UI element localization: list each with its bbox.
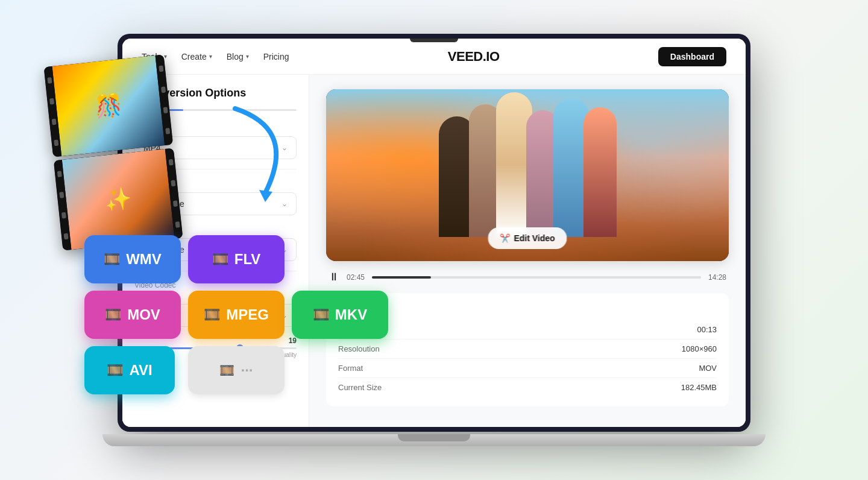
detail-value: 00:13	[697, 325, 717, 334]
time-total: 14:28	[708, 273, 726, 282]
nav-item-create[interactable]: Create ▾	[181, 52, 212, 62]
detail-value: 1080×960	[682, 344, 717, 353]
nav-item-pricing[interactable]: Pricing	[263, 52, 289, 62]
more-label: ···	[241, 362, 253, 379]
avi-label: AVI	[129, 362, 152, 379]
chevron-down-icon: ▾	[164, 53, 167, 60]
chevron-down-icon: ▾	[246, 53, 249, 60]
dropdown-arrow-icon: ⌄	[281, 200, 288, 208]
file-details-rows: Duration 00:13 Resoloution 1080×960 Form…	[338, 320, 717, 397]
film-icon: 🎞️	[219, 363, 234, 377]
film-icon: 🎞️	[204, 307, 220, 323]
chevron-down-icon: ▾	[209, 53, 212, 60]
flv-label: FLV	[234, 251, 261, 268]
detail-value: 182.45MB	[681, 383, 717, 392]
format-flv-badge[interactable]: 🎞️ FLV	[188, 235, 285, 283]
mov-label: MOV	[127, 306, 160, 323]
brand-logo[interactable]: VEED.IO	[448, 49, 500, 65]
film-strip-decoration: 🎊 ✨ 🖐️	[44, 54, 183, 250]
format-wmv-badge[interactable]: 🎞️ WMV	[84, 235, 181, 283]
edit-video-label: Edit Video	[514, 233, 555, 243]
video-progress-track[interactable]	[372, 276, 701, 279]
format-avi-badge[interactable]: 🎞️ AVI	[84, 346, 175, 394]
format-more-badge[interactable]: 🎞️ ···	[188, 346, 285, 394]
format-mov-badge[interactable]: 🎞️ MOV	[84, 291, 181, 339]
film-icon: 🎞️	[313, 307, 329, 323]
edit-video-icon: ✂️	[500, 233, 510, 243]
film-icon: 🎞️	[107, 362, 123, 378]
file-detail-row: Current Size 182.45MB	[338, 378, 717, 397]
mpeg-label: MPEG	[226, 306, 269, 323]
format-mpeg-badge[interactable]: 🎞️ MPEG	[188, 291, 285, 339]
film-icon: 🎞️	[105, 307, 121, 323]
dropdown-arrow-icon: ⌄	[281, 144, 288, 152]
file-detail-row: Format MOV	[338, 359, 717, 378]
nav-item-blog[interactable]: Blog ▾	[227, 52, 249, 62]
file-detail-row: Duration 00:13	[338, 320, 717, 339]
file-detail-row: Resoloution 1080×960	[338, 339, 717, 359]
detail-value: MOV	[699, 364, 717, 373]
file-details-title: File Details	[338, 303, 717, 313]
mkv-label: MKV	[335, 306, 367, 323]
edit-video-button[interactable]: ✂️ Edit Video	[488, 227, 567, 249]
film-icon: 🎞️	[212, 251, 228, 267]
format-badges-grid: 🎞️ WMV 🎞️ FLV 🎞️ MOV 🎞️ MPEG 🎞️ MKV 🎞️	[84, 235, 388, 394]
format-mkv-badge[interactable]: 🎞️ MKV	[292, 291, 388, 339]
navbar: Tools ▾ Create ▾ Blog ▾ Pricing V	[122, 39, 746, 75]
laptop-base	[102, 434, 766, 446]
film-icon: 🎞️	[104, 251, 120, 267]
wmv-label: WMV	[126, 251, 162, 268]
laptop-notch	[410, 39, 458, 42]
dashboard-button[interactable]: Dashboard	[658, 47, 726, 66]
